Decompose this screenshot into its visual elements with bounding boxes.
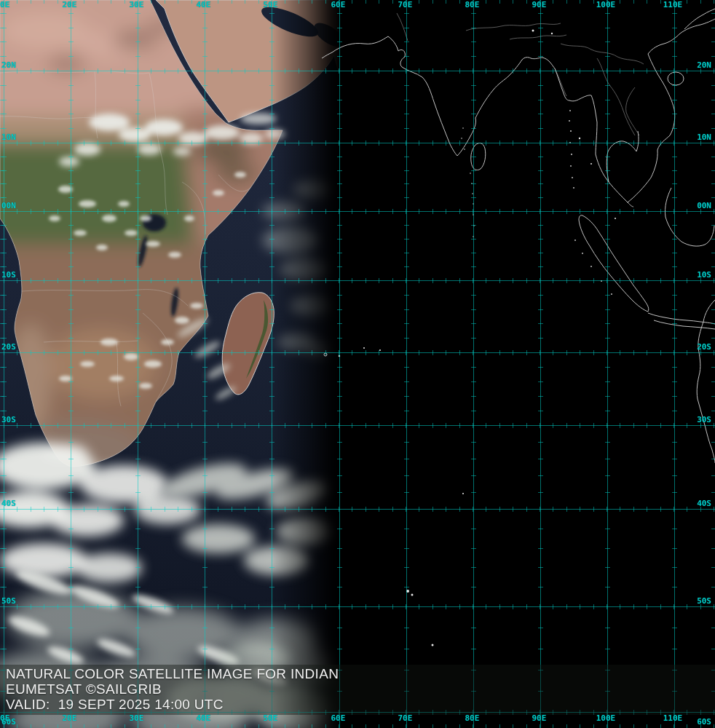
parallel-tick xyxy=(392,209,393,214)
parallel-tick xyxy=(98,209,98,214)
parallel-tick xyxy=(232,141,232,146)
meridian-tick xyxy=(538,41,543,42)
edge-tick-bottom xyxy=(84,724,84,728)
parallel-tick xyxy=(486,604,486,609)
edge-tick-left xyxy=(0,114,4,114)
meridian-tick xyxy=(471,225,476,226)
edge-tick-left xyxy=(0,442,4,443)
edge-tick-left xyxy=(0,170,4,171)
parallel-tick xyxy=(98,507,98,512)
meridian-tick xyxy=(538,309,543,310)
meridian-tick xyxy=(538,411,543,411)
parallel-tick xyxy=(580,604,580,609)
meridian-tick xyxy=(672,529,677,529)
parallel-tick xyxy=(178,350,178,355)
meridian-tick xyxy=(672,442,677,443)
meridian-tick xyxy=(538,323,543,324)
meridian-tick xyxy=(202,225,208,226)
edge-tick-right xyxy=(711,28,715,28)
meridian-tick xyxy=(404,459,409,459)
parallel-tick xyxy=(44,68,44,74)
parallel-tick xyxy=(526,350,527,355)
edge-tick-top xyxy=(352,0,352,4)
meridian-tick xyxy=(605,28,610,28)
parallel-tick xyxy=(31,141,31,146)
meridian-tick xyxy=(471,475,476,476)
edge-tick-top xyxy=(446,0,446,4)
lat-label-left: 00N xyxy=(1,202,16,210)
edge-tick-top xyxy=(633,0,634,4)
parallel-tick xyxy=(687,209,687,214)
parallel-tick xyxy=(299,604,299,609)
edge-tick-bottom xyxy=(366,724,366,728)
caption-valid-time: VALID: 19 SEPT 2025 14:00 UTC xyxy=(6,697,339,712)
meridian-tick xyxy=(68,338,74,339)
meridian-tick xyxy=(269,41,274,42)
meridian-tick xyxy=(337,183,342,184)
parallel-tick xyxy=(245,350,245,355)
parallel-tick xyxy=(299,350,299,355)
parallel-tick xyxy=(593,209,594,214)
meridian-tick xyxy=(68,266,74,267)
meridian-tick xyxy=(471,85,476,86)
parallel-tick xyxy=(325,423,326,428)
parallel-tick xyxy=(258,604,259,609)
parallel-tick xyxy=(299,68,299,74)
meridian-tick xyxy=(135,338,141,339)
parallel-tick xyxy=(285,141,285,146)
parallel-tick xyxy=(379,507,379,512)
meridian-tick xyxy=(404,170,409,171)
meridian-tick xyxy=(538,128,543,129)
edge-tick-top xyxy=(687,0,687,4)
parallel-tick xyxy=(165,141,165,146)
parallel-tick xyxy=(366,278,366,283)
meridian-tick xyxy=(269,13,274,14)
meridian-tick xyxy=(202,492,208,493)
meridian-line xyxy=(4,0,4,728)
parallel-tick xyxy=(446,423,446,428)
parallel-tick xyxy=(325,209,326,214)
parallel-tick xyxy=(165,68,165,74)
edge-tick-top xyxy=(432,0,433,4)
edge-tick-bottom xyxy=(620,724,620,728)
meridian-tick xyxy=(672,567,677,568)
meridian-tick xyxy=(538,459,543,459)
meridian-tick xyxy=(471,197,476,198)
meridian-line xyxy=(138,0,138,728)
parallel-tick xyxy=(419,278,419,283)
meridian-tick xyxy=(135,295,141,296)
meridian-tick xyxy=(605,157,610,157)
parallel-tick xyxy=(499,423,500,428)
parallel-tick xyxy=(459,209,460,214)
edge-tick-top xyxy=(258,0,259,4)
edge-tick-left xyxy=(0,13,4,14)
lon-label-bottom: 30E xyxy=(129,714,143,723)
parallel-tick xyxy=(245,141,245,146)
parallel-tick xyxy=(419,350,419,355)
meridian-tick xyxy=(135,170,141,171)
meridian-tick xyxy=(605,266,610,267)
parallel-tick xyxy=(392,278,393,283)
parallel-tick xyxy=(660,507,661,512)
lon-label-top: 50E xyxy=(263,1,277,9)
meridian-tick xyxy=(269,492,274,493)
edge-tick-top xyxy=(191,0,192,4)
edge-tick-right xyxy=(711,367,715,368)
parallel-tick xyxy=(513,141,513,146)
meridian-tick xyxy=(538,253,543,253)
meridian-tick xyxy=(135,309,141,310)
edge-tick-right xyxy=(711,85,715,86)
meridian-tick xyxy=(605,56,610,57)
edge-tick-top xyxy=(660,0,661,4)
meridian-tick xyxy=(269,128,274,129)
edge-tick-left xyxy=(0,225,4,226)
parallel-tick xyxy=(58,68,58,74)
meridian-tick xyxy=(672,548,677,549)
meridian-tick xyxy=(202,381,208,382)
lon-label-top: 80E xyxy=(465,1,479,9)
meridian-tick xyxy=(672,253,677,253)
parallel-tick xyxy=(84,507,84,512)
parallel-tick xyxy=(580,68,580,74)
meridian-tick xyxy=(404,56,409,57)
lat-label-right: 60S xyxy=(697,718,711,727)
